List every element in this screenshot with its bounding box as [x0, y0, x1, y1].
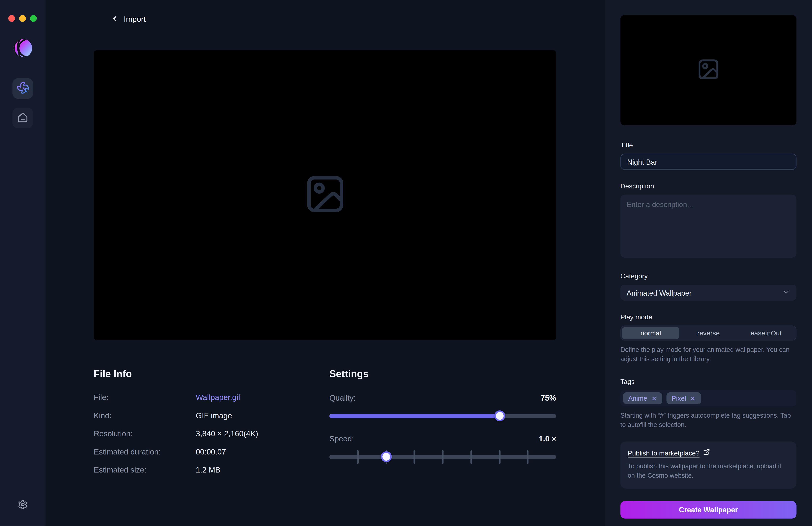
wallpaper-preview — [94, 50, 556, 340]
tags-label: Tags — [620, 378, 796, 386]
publish-link-label: Publish to marketplace? — [628, 449, 699, 457]
wallpaper-thumbnail — [620, 15, 796, 125]
title-label: Title — [620, 141, 796, 149]
create-wallpaper-button[interactable]: Create Wallpaper — [620, 501, 796, 519]
quality-slider[interactable] — [329, 410, 556, 422]
main-content: Import File Info File: Wallpaper.gif — [46, 0, 605, 526]
sidebar-item-create[interactable] — [13, 78, 33, 99]
close-window-button[interactable] — [8, 15, 15, 22]
window-controls — [8, 15, 37, 22]
duration-row: Estimated duration: 00:00.07 — [94, 448, 330, 456]
back-label: Import — [124, 14, 146, 23]
tags-hint-text: Starting with “#” triggers autocomplete … — [620, 411, 796, 430]
sidebar-nav — [13, 78, 33, 128]
play-mode-segmented-control: normal reverse easeInOut — [620, 326, 796, 341]
quality-label: Quality: — [329, 393, 356, 402]
external-link-icon — [703, 449, 710, 457]
file-label: File: — [94, 393, 196, 402]
settings-section: Settings Quality: 75% Speed: 1.0 × — [329, 369, 556, 484]
speed-slider-thumb[interactable] — [381, 451, 392, 462]
size-row: Estimated size: 1.2 MB — [94, 466, 330, 474]
quality-value: 75% — [541, 393, 556, 402]
size-label: Estimated size: — [94, 466, 196, 474]
title-input[interactable] — [620, 154, 796, 170]
pinwheel-icon — [16, 81, 29, 96]
remove-tag-icon[interactable] — [651, 395, 657, 401]
resolution-label: Resolution: — [94, 430, 196, 438]
tags-input-field[interactable]: Anime Pixel — [620, 390, 796, 406]
tag-chip-pixel[interactable]: Pixel — [667, 392, 701, 404]
play-mode-label: Play mode — [620, 313, 796, 321]
duration-value: 00:00.07 — [196, 448, 226, 456]
publish-card: Publish to marketplace? To publish this … — [620, 441, 796, 489]
kind-row: Kind: GIF image — [94, 411, 330, 420]
settings-button[interactable] — [18, 500, 28, 512]
file-name-link[interactable]: Wallpaper.gif — [196, 393, 240, 402]
settings-heading: Settings — [329, 369, 556, 380]
play-mode-option-reverse[interactable]: reverse — [680, 327, 737, 339]
speed-row: Speed: 1.0 × — [329, 434, 556, 443]
quality-row: Quality: 75% — [329, 393, 556, 402]
speed-slider[interactable] — [329, 451, 556, 463]
speed-value: 1.0 × — [539, 434, 556, 443]
quality-slider-thumb[interactable] — [494, 410, 505, 421]
tag-label: Pixel — [672, 394, 686, 402]
tag-chip-anime[interactable]: Anime — [623, 392, 662, 404]
home-icon — [17, 111, 29, 125]
play-mode-option-normal[interactable]: normal — [622, 327, 680, 339]
app-logo — [13, 38, 32, 58]
category-label: Category — [620, 272, 796, 280]
remove-tag-icon[interactable] — [690, 395, 696, 401]
back-button[interactable]: Import — [110, 14, 146, 23]
chevron-left-icon — [110, 14, 119, 23]
image-placeholder-icon — [696, 57, 720, 83]
sidebar — [0, 0, 46, 526]
file-info-heading: File Info — [94, 369, 330, 380]
publish-marketplace-link[interactable]: Publish to marketplace? — [628, 449, 710, 457]
zoom-window-button[interactable] — [30, 15, 37, 22]
wallpaper-form-panel: Title Description Category Animated Wall… — [605, 0, 812, 526]
kind-label: Kind: — [94, 411, 196, 420]
image-placeholder-icon — [303, 172, 347, 218]
tag-label: Anime — [628, 394, 647, 402]
publish-help-text: To publish this wallpaper to the marketp… — [628, 462, 789, 481]
resolution-row: Resolution: 3,840 × 2,160(4K) — [94, 430, 330, 438]
minimize-window-button[interactable] — [19, 15, 26, 22]
gear-icon — [18, 504, 28, 511]
size-value: 1.2 MB — [196, 466, 220, 474]
resolution-value: 3,840 × 2,160(4K) — [196, 430, 258, 438]
kind-value: GIF image — [196, 411, 232, 420]
sidebar-item-home[interactable] — [13, 108, 33, 128]
file-info-section: File Info File: Wallpaper.gif Kind: GIF … — [94, 369, 330, 484]
file-row: File: Wallpaper.gif — [94, 393, 330, 402]
description-input[interactable] — [620, 195, 796, 258]
play-mode-option-easeinout[interactable]: easeInOut — [737, 327, 795, 339]
app-window: Import File Info File: Wallpaper.gif — [0, 0, 812, 526]
category-select[interactable]: Animated Wallpaper — [620, 285, 796, 301]
speed-label: Speed: — [329, 434, 354, 443]
chevron-down-icon — [782, 288, 790, 297]
category-value: Animated Wallpaper — [627, 288, 692, 297]
description-label: Description — [620, 182, 796, 190]
duration-label: Estimated duration: — [94, 448, 196, 456]
play-mode-help-text: Define the play mode for your animated w… — [620, 345, 796, 364]
